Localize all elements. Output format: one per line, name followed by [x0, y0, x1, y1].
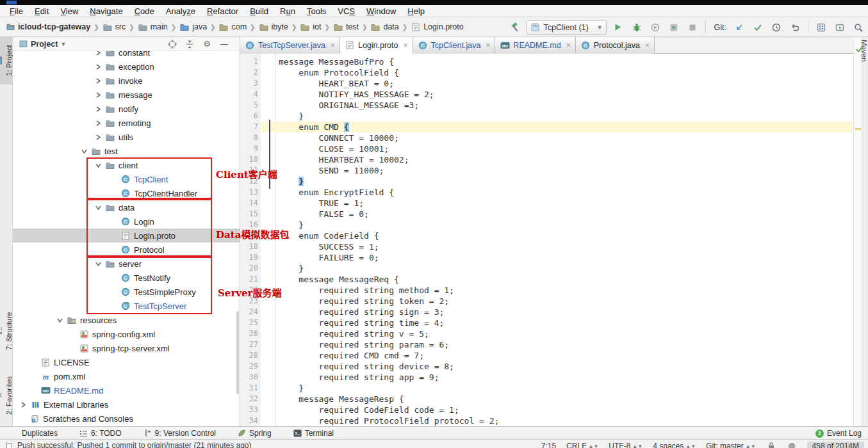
- project-panel-title[interactable]: Project: [31, 40, 58, 49]
- code-editor[interactable]: 1message MessageBufPro {2 enum ProtocolF…: [240, 54, 853, 426]
- tab-readme-md[interactable]: MDREADME.md×: [495, 37, 575, 54]
- tab-protocol-java[interactable]: CProtocol.java×: [576, 37, 655, 54]
- tab-login-proto[interactable]: Login.proto×: [340, 37, 413, 54]
- chevron-down-icon[interactable]: [54, 315, 65, 325]
- close-icon[interactable]: ×: [486, 41, 490, 50]
- tree-item-external-libraries[interactable]: External Libraries: [13, 397, 240, 412]
- code-line[interactable]: 11 SEND = 11000;: [240, 165, 853, 176]
- menu-tools[interactable]: Tools: [301, 6, 332, 17]
- git-update-button[interactable]: [732, 20, 746, 35]
- code-line[interactable]: 28 required CMD cmd = 7;: [240, 350, 853, 361]
- toolwindow-button-7-structure[interactable]: 7: Structure: [0, 300, 13, 362]
- stop-button[interactable]: [685, 20, 700, 35]
- hide-panel-button[interactable]: —: [219, 39, 229, 49]
- breadcrumb-com[interactable]: com: [218, 22, 247, 32]
- code-line[interactable]: 22 required string method = 1;: [240, 285, 853, 296]
- project-structure-button[interactable]: [814, 20, 828, 35]
- tree-item-constant[interactable]: constant: [13, 51, 240, 60]
- code-line[interactable]: 23 required string token = 2;: [240, 296, 853, 307]
- close-icon[interactable]: ×: [404, 41, 408, 50]
- code-line[interactable]: 26 required string v = 5;: [240, 328, 853, 339]
- breadcrumb-main[interactable]: main: [138, 22, 168, 32]
- toolwindow-button-maven[interactable]: m Maven: [860, 40, 868, 62]
- breadcrumb-icloud-tcp-gateway[interactable]: icloud-tcp-gateway: [5, 22, 90, 32]
- git-commit-button[interactable]: [751, 20, 765, 35]
- menu-view[interactable]: View: [54, 6, 84, 17]
- menu-window[interactable]: Window: [361, 6, 402, 17]
- run-button[interactable]: [611, 20, 625, 35]
- tree-item-scratches-and-consoles[interactable]: Scratches and Consoles: [13, 412, 240, 426]
- code-line[interactable]: 20 }: [240, 263, 853, 274]
- tree-item-pom-xml[interactable]: mpom.xml: [13, 369, 240, 383]
- menu-edit[interactable]: Edit: [29, 6, 54, 17]
- memory-indicator[interactable]: 458 of 2014M: [807, 442, 864, 448]
- encoding-select[interactable]: UTF-8▲▼: [609, 442, 643, 448]
- breadcrumb-src[interactable]: src: [102, 22, 126, 32]
- breadcrumb-java[interactable]: java: [179, 22, 207, 32]
- code-line[interactable]: 15 FALSE = 0;: [240, 209, 853, 220]
- code-line[interactable]: 19 FAILURE = 0;: [240, 252, 853, 263]
- code-line[interactable]: 33 required CodeField code = 1;: [240, 404, 853, 415]
- toolwindow-button-spring[interactable]: Spring: [231, 427, 278, 440]
- code-line[interactable]: 1message MessageBufPro {: [240, 56, 853, 67]
- code-line[interactable]: 12 }: [240, 176, 853, 187]
- toolwindow-button-9-version-control[interactable]: 9: Version Control: [137, 427, 222, 440]
- breadcrumb-iot[interactable]: iot: [300, 22, 321, 32]
- chevron-right-icon[interactable]: [93, 61, 103, 72]
- breadcrumb-ibyte[interactable]: ibyte: [259, 22, 288, 32]
- menu-help[interactable]: Help: [402, 6, 430, 17]
- tree-item-readme-md[interactable]: MDREADME.md: [13, 383, 240, 397]
- rollback-button[interactable]: [788, 20, 802, 35]
- toolwindow-button-2-favorites[interactable]: 2: Favorites: [0, 366, 13, 425]
- code-line[interactable]: 27 required string param = 6;: [240, 339, 853, 350]
- code-line[interactable]: 21 message MessageReq {: [240, 274, 853, 285]
- code-line[interactable]: 34 required ProtocolField protocol = 2;: [240, 415, 853, 426]
- code-line[interactable]: 16 }: [240, 220, 853, 230]
- breadcrumb-data[interactable]: data: [370, 22, 398, 32]
- tab-testtcpserver-java[interactable]: CTestTcpServer.java×: [240, 37, 340, 54]
- chevron-down-icon[interactable]: [79, 146, 89, 156]
- profiler-button[interactable]: [667, 20, 681, 35]
- dumb-mode-icon[interactable]: [787, 441, 797, 448]
- tree-item-remoting[interactable]: remoting: [13, 116, 240, 130]
- code-line[interactable]: 32 message MessageResp {: [240, 394, 853, 404]
- debug-button[interactable]: [630, 20, 644, 35]
- menu-run[interactable]: Run: [274, 6, 301, 17]
- code-line[interactable]: 13 enum EncryptField {: [240, 187, 853, 198]
- chevron-right-icon[interactable]: [93, 132, 103, 142]
- code-line[interactable]: 6 }: [240, 111, 853, 122]
- tree-item-resources[interactable]: resources: [13, 313, 240, 327]
- run-coverage-button[interactable]: [648, 20, 662, 35]
- collapse-all-button[interactable]: [184, 39, 195, 49]
- tree-item-license[interactable]: LICENSE: [13, 355, 240, 369]
- chevron-right-icon[interactable]: [93, 51, 103, 58]
- code-line[interactable]: 4 NOTIFY_HAS_MESSAGE = 2;: [240, 89, 853, 100]
- menu-navigate[interactable]: Navigate: [84, 6, 128, 17]
- tree-item-notify[interactable]: notify: [13, 102, 240, 116]
- tab-tcpclient-java[interactable]: CTcpClient.java×: [413, 37, 496, 54]
- caret-position[interactable]: 7:15: [541, 442, 556, 448]
- code-line[interactable]: 3 HEART_BEAT = 0;: [240, 78, 853, 89]
- code-line[interactable]: 7 enum CMD {: [240, 122, 853, 132]
- menu-vcs[interactable]: VCS: [332, 6, 361, 17]
- code-line[interactable]: 9 CLOSE = 10001;: [240, 143, 853, 154]
- git-branch-widget[interactable]: Git: master▲▼: [706, 442, 756, 448]
- code-line[interactable]: 29 required string device = 8;: [240, 361, 853, 372]
- code-line[interactable]: 14 TRUE = 1;: [240, 198, 853, 209]
- chevron-right-icon[interactable]: [93, 90, 103, 100]
- menu-refactor[interactable]: Refactor: [201, 6, 244, 17]
- run-anything-button[interactable]: [833, 20, 847, 35]
- close-icon[interactable]: ×: [566, 41, 571, 50]
- code-line[interactable]: 18 SUCCESS = 1;: [240, 241, 853, 252]
- line-ending-select[interactable]: CRLF▲▼: [566, 442, 598, 448]
- code-line[interactable]: 10 HEARTBEAT = 10002;: [240, 154, 853, 165]
- toolwindow-button-6-todo[interactable]: 6: TODO: [73, 427, 128, 440]
- indent-select[interactable]: 4 spaces▲▼: [653, 442, 696, 448]
- tree-item-spring-config-xml[interactable]: spring-config.xml: [13, 327, 240, 341]
- code-line[interactable]: 2 enum ProtocolField {: [240, 67, 853, 78]
- code-line[interactable]: 5 ORIGINAL_MESSAGE =3;: [240, 100, 853, 111]
- code-line[interactable]: 25 required string time = 4;: [240, 317, 853, 328]
- gear-settings-button[interactable]: ⚙: [202, 39, 212, 49]
- run-configuration-select[interactable]: TcpClient (1) ▼: [527, 20, 607, 35]
- lock-icon[interactable]: [766, 441, 776, 448]
